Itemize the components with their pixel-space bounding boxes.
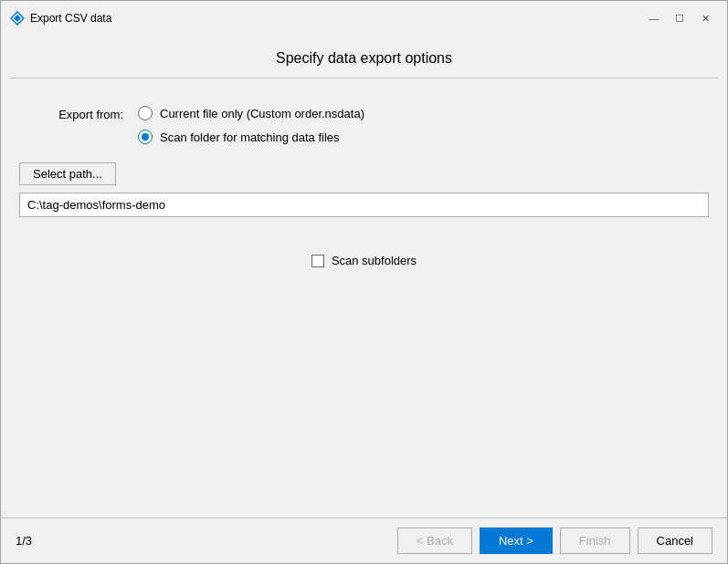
export-from-row: Export from: Current file only (Custom o… — [19, 106, 709, 144]
footer-buttons: < Back Next > Finish Cancel — [397, 527, 712, 554]
next-button[interactable]: Next > — [480, 527, 553, 554]
window-title: Export CSV data — [30, 12, 643, 25]
scan-subfolders-checkbox-container[interactable]: Scan subfolders — [311, 254, 417, 267]
minimize-button[interactable]: — — [643, 8, 665, 28]
maximize-button[interactable]: ☐ — [669, 8, 691, 28]
radio-current-file[interactable] — [138, 106, 153, 120]
footer: 1/3 < Back Next > Finish Cancel — [1, 517, 727, 563]
radio-scan-folder[interactable] — [138, 130, 153, 144]
path-input[interactable] — [19, 193, 709, 217]
path-section: Select path... — [19, 162, 709, 217]
cancel-button[interactable]: Cancel — [638, 527, 712, 554]
back-button[interactable]: < Back — [397, 527, 472, 554]
title-bar: Export CSV data — ☐ ✕ — [1, 1, 727, 34]
radio-group: Current file only (Custom order.nsdata) … — [138, 106, 364, 144]
radio-scan-folder-label: Scan folder for matching data files — [160, 131, 340, 144]
scan-subfolders-row: Scan subfolders — [19, 254, 709, 267]
page-indicator: 1/3 — [16, 534, 397, 548]
main-body: Export from: Current file only (Custom o… — [1, 78, 727, 517]
scan-subfolders-label: Scan subfolders — [332, 254, 417, 267]
radio-option-scan-folder[interactable]: Scan folder for matching data files — [138, 130, 364, 144]
radio-option-current-file[interactable]: Current file only (Custom order.nsdata) — [138, 106, 364, 120]
select-path-button[interactable]: Select path... — [19, 162, 116, 185]
scan-subfolders-checkbox[interactable] — [311, 255, 324, 267]
finish-button[interactable]: Finish — [560, 527, 630, 554]
svg-marker-1 — [14, 15, 21, 22]
export-from-label: Export from: — [19, 106, 138, 121]
page-title-area: Specify data export options — [1, 34, 727, 78]
radio-current-file-label: Current file only (Custom order.nsdata) — [160, 107, 364, 120]
page-title: Specify data export options — [19, 50, 709, 67]
close-button[interactable]: ✕ — [694, 8, 716, 28]
app-icon — [10, 11, 25, 26]
main-window: Export CSV data — ☐ ✕ Specify data expor… — [0, 0, 728, 564]
content-area: Specify data export options Export from:… — [1, 34, 727, 563]
window-controls: — ☐ ✕ — [643, 8, 716, 28]
